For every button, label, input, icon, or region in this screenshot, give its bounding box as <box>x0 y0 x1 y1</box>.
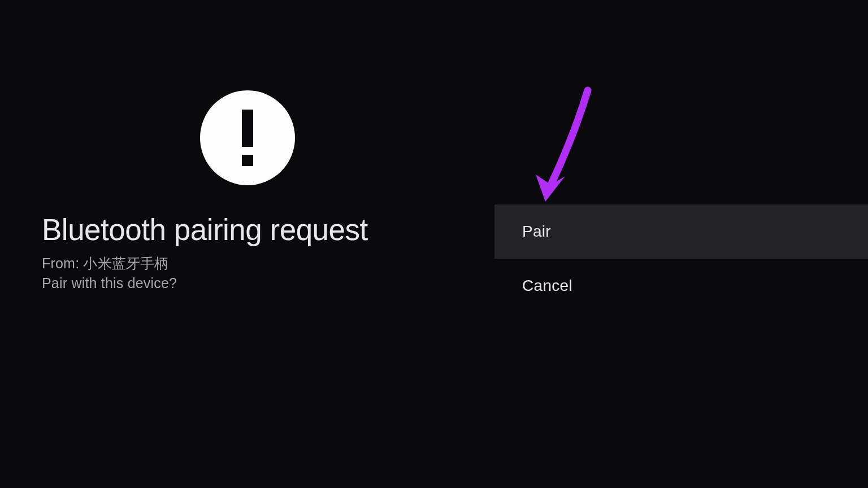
exclamation-mark-icon <box>242 110 253 166</box>
cancel-button[interactable]: Cancel <box>494 259 868 313</box>
cancel-button-label: Cancel <box>522 277 572 295</box>
dialog-prompt: Pair with this device? <box>42 275 471 291</box>
alert-icon <box>200 90 295 185</box>
pair-button-label: Pair <box>522 223 551 241</box>
dialog-content: Bluetooth pairing request From: 小米蓝牙手柄 P… <box>42 90 471 291</box>
svg-marker-0 <box>536 175 565 202</box>
pair-button[interactable]: Pair <box>494 204 868 259</box>
action-list: Pair Cancel <box>494 204 868 313</box>
dialog-from-line: From: 小米蓝牙手柄 <box>42 254 471 273</box>
dialog-title: Bluetooth pairing request <box>42 213 471 246</box>
